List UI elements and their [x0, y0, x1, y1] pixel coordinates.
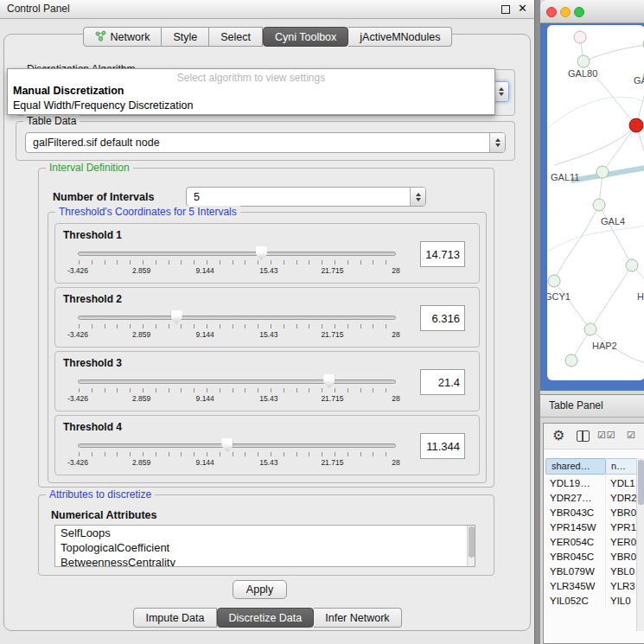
combo-stepper-icon[interactable]	[410, 188, 425, 206]
zoom-traffic-light[interactable]	[574, 7, 584, 17]
cell[interactable]: YIL0	[606, 594, 636, 609]
list-item[interactable]: BetweennessCentrality	[55, 555, 475, 567]
algorithm-dropdown-popup: Select algorithm to view settings Manual…	[7, 68, 495, 115]
table-row[interactable]: YLR345WYLR3	[545, 579, 636, 594]
table-row[interactable]: YDL19…YDL1	[545, 476, 636, 491]
scrollbar-thumb[interactable]	[469, 526, 475, 558]
tab-discretize-data[interactable]: Discretize Data	[217, 608, 315, 628]
network-node[interactable]	[584, 323, 596, 335]
table-row[interactable]: YPR145WYPR1	[545, 520, 636, 535]
cell[interactable]: YBR043C	[545, 506, 606, 520]
cell[interactable]: YDL1	[606, 476, 636, 491]
checkbox-icons[interactable]: ☑☑	[597, 430, 616, 441]
cell[interactable]: YPR145W	[545, 520, 606, 535]
scrollbar-thumb[interactable]	[638, 460, 644, 505]
selected-network-node[interactable]	[629, 118, 643, 132]
threshold-3-value-field[interactable]: 21.4	[420, 369, 465, 395]
combo-stepper-icon[interactable]	[489, 133, 505, 152]
interval-definition-group-label: Interval Definition	[46, 162, 133, 174]
threshold-1-box: Threshold 1 -3.426 2.859 9.144 15.43 21.…	[54, 223, 480, 284]
table-panel-header[interactable]: Table Panel	[540, 394, 644, 418]
table-row[interactable]: YBR043CYBR0	[545, 506, 636, 520]
table-row[interactable]: YER054CYER0	[545, 535, 636, 550]
table-data-group: Table Data galFiltered.sif default node	[16, 121, 515, 161]
numerical-attributes-list[interactable]: SelfLoops TopologicalCoefficient Between…	[54, 525, 475, 567]
tab-jactivemnodules[interactable]: jActiveMNodules	[348, 27, 452, 47]
checkbox-icon[interactable]: ☑	[627, 430, 636, 441]
tick-label: 21.715	[321, 458, 343, 467]
threshold-3-slider[interactable]: -3.426 2.859 9.144 15.43 21.715 28	[78, 379, 396, 402]
cell[interactable]: YBR045C	[545, 550, 606, 564]
list-item[interactable]: SelfLoops	[55, 526, 475, 540]
cell[interactable]: YER054C	[545, 535, 606, 550]
network-node[interactable]	[565, 354, 577, 367]
cell[interactable]: YBL079W	[545, 564, 606, 579]
tick-label: 9.144	[196, 330, 214, 339]
tab-cyni-toolbox[interactable]: Cyni Toolbox	[263, 27, 348, 47]
tab-style[interactable]: Style	[162, 27, 209, 47]
cell[interactable]: YIL052C	[545, 594, 606, 609]
network-node[interactable]	[626, 259, 638, 271]
slider-tick-labels: -3.426 2.859 9.144 15.43 21.715 28	[78, 394, 396, 403]
threshold-4-slider[interactable]: -3.426 2.859 9.144 15.43 21.715 28	[78, 443, 396, 466]
table-scrollbar[interactable]	[636, 458, 644, 631]
table-row[interactable]: YIL052CYIL0	[545, 594, 636, 609]
control-panel: Control Panel ✕	[0, 0, 535, 644]
tab-infer-network[interactable]: Infer Network	[314, 608, 401, 628]
columns-icon[interactable]	[577, 430, 590, 442]
table-row[interactable]: YDR27…YDR2	[545, 491, 636, 506]
slider-tick-labels: -3.426 2.859 9.144 15.43 21.715 28	[78, 266, 396, 275]
slider-track	[78, 379, 396, 384]
tab-select[interactable]: Select	[209, 27, 263, 47]
network-node[interactable]	[548, 275, 560, 287]
network-node[interactable]	[593, 199, 605, 211]
close-icon[interactable]: ✕	[518, 2, 527, 15]
slider-track	[78, 252, 396, 256]
slider-thumb[interactable]	[171, 310, 182, 324]
close-traffic-light[interactable]	[546, 7, 557, 17]
tab-impute-data-label: Impute Data	[145, 612, 204, 624]
threshold-1-label: Threshold 1	[63, 229, 122, 241]
table-row[interactable]: YBR045CYBR0	[545, 550, 636, 564]
column-header-shared-name[interactable]: shared…	[545, 458, 606, 475]
cell[interactable]: YLR3	[606, 579, 636, 594]
dropdown-item-equal-width-frequency[interactable]: Equal Width/Frequency Discretization	[13, 99, 193, 112]
slider-thumb[interactable]	[256, 246, 267, 260]
threshold-4-value-field[interactable]: 11.344	[420, 433, 465, 459]
tab-network[interactable]: Network	[83, 27, 163, 47]
cell[interactable]: YDR27…	[545, 491, 606, 506]
dropdown-item-manual-discretization[interactable]: Manual Discretization	[13, 85, 124, 97]
tick-label: 28	[392, 394, 399, 403]
table-data-combo[interactable]: galFiltered.sif default node	[25, 132, 506, 153]
gear-icon[interactable]: ⚙	[552, 427, 564, 443]
table-row[interactable]: YBL079WYBL0	[545, 564, 636, 579]
cell[interactable]: YBR0	[606, 506, 636, 520]
attributes-scrollbar[interactable]	[467, 526, 475, 566]
tab-impute-data[interactable]: Impute Data	[133, 608, 216, 628]
cell[interactable]: YBL0	[606, 564, 636, 579]
cell[interactable]: YDL19…	[545, 476, 606, 491]
node-label: H	[637, 291, 644, 302]
threshold-2-value-field[interactable]: 6.316	[420, 305, 465, 331]
cell[interactable]: YBR0	[606, 550, 636, 564]
cell[interactable]: YDR2	[606, 491, 636, 506]
network-canvas[interactable]: GAL80 GA GAL11 GAL4 GCY1 H HAP2	[547, 25, 644, 380]
cell[interactable]: YLR345W	[545, 579, 606, 594]
slider-thumb[interactable]	[221, 438, 233, 452]
network-node[interactable]	[574, 31, 586, 43]
cell[interactable]: YER0	[606, 535, 636, 550]
minimize-traffic-light[interactable]	[560, 7, 571, 17]
float-window-icon[interactable]	[501, 5, 510, 14]
cell[interactable]: YPR1	[606, 520, 636, 535]
number-of-intervals-combo[interactable]: 5	[186, 187, 426, 207]
threshold-2-slider[interactable]: -3.426 2.859 9.144 15.43 21.715 28	[78, 316, 396, 338]
network-node[interactable]	[596, 166, 609, 178]
network-window-titlebar[interactable]	[540, 0, 644, 23]
threshold-1-slider[interactable]: -3.426 2.859 9.144 15.43 21.715 28	[78, 252, 396, 274]
slider-thumb[interactable]	[323, 374, 335, 388]
list-item[interactable]: TopologicalCoefficient	[55, 540, 475, 555]
threshold-1-value-field[interactable]: 14.713	[420, 241, 465, 267]
network-node[interactable]	[577, 55, 590, 67]
tab-cyni-toolbox-label: Cyni Toolbox	[275, 31, 336, 43]
apply-button[interactable]: Apply	[233, 580, 287, 599]
